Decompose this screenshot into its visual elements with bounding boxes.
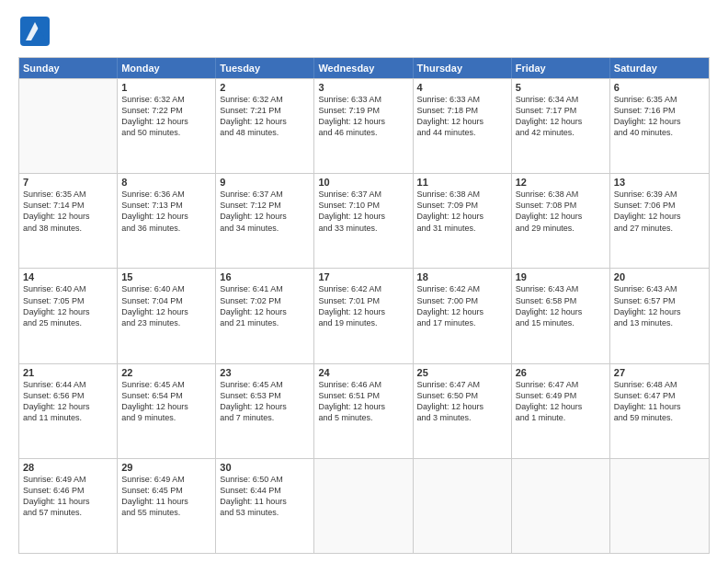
cell-line: Sunset: 6:57 PM	[614, 295, 705, 306]
cell-line: Daylight: 12 hours	[220, 211, 310, 222]
cell-line: Daylight: 12 hours	[318, 306, 408, 317]
day-cell-13: 13Sunrise: 6:39 AMSunset: 7:06 PMDayligh…	[610, 174, 709, 268]
cell-line: Sunset: 6:44 PM	[220, 485, 310, 496]
day-number: 4	[417, 82, 507, 93]
weekday-header-monday: Monday	[118, 58, 216, 78]
cell-line: Sunrise: 6:50 AM	[220, 474, 310, 485]
day-number: 3	[318, 82, 408, 93]
cell-line: Sunset: 6:50 PM	[417, 390, 507, 401]
day-cell-28: 28Sunrise: 6:49 AMSunset: 6:46 PMDayligh…	[19, 459, 118, 553]
cell-line: and 59 minutes.	[614, 412, 705, 423]
cell-line: Sunset: 7:02 PM	[220, 295, 310, 306]
day-cell-20: 20Sunrise: 6:43 AMSunset: 6:57 PMDayligh…	[610, 269, 709, 362]
cell-line: Daylight: 12 hours	[417, 116, 507, 127]
day-number: 2	[220, 82, 310, 93]
cell-line: and 13 minutes.	[614, 317, 705, 328]
day-number: 20	[614, 271, 705, 282]
cell-line: Sunrise: 6:33 AM	[318, 94, 408, 105]
day-cell-5: 5Sunrise: 6:34 AMSunset: 7:17 PMDaylight…	[512, 79, 610, 173]
cell-line: and 38 minutes.	[23, 223, 113, 234]
empty-cell	[512, 459, 610, 553]
cell-line: and 3 minutes.	[417, 412, 507, 423]
cell-line: Sunrise: 6:45 AM	[121, 379, 211, 390]
cell-line: Sunrise: 6:33 AM	[417, 94, 507, 105]
cell-line: Sunset: 7:09 PM	[417, 200, 507, 211]
cell-line: and 31 minutes.	[417, 223, 507, 234]
cell-line: Sunrise: 6:37 AM	[318, 189, 408, 200]
cell-line: Sunset: 7:00 PM	[417, 295, 507, 306]
day-cell-10: 10Sunrise: 6:37 AMSunset: 7:10 PMDayligh…	[314, 174, 413, 268]
cell-line: Daylight: 12 hours	[23, 211, 113, 222]
cell-line: and 48 minutes.	[220, 127, 310, 138]
cell-line: Sunset: 6:46 PM	[23, 485, 113, 496]
cell-line: Daylight: 11 hours	[220, 496, 310, 507]
cell-line: Daylight: 12 hours	[121, 211, 211, 222]
cell-line: and 17 minutes.	[417, 317, 507, 328]
day-number: 28	[23, 462, 113, 473]
cell-line: Sunset: 6:56 PM	[23, 390, 113, 401]
cell-line: and 34 minutes.	[220, 223, 310, 234]
day-cell-15: 15Sunrise: 6:40 AMSunset: 7:04 PMDayligh…	[118, 269, 216, 362]
cell-line: Sunrise: 6:47 AM	[417, 379, 507, 390]
cell-line: and 7 minutes.	[220, 412, 310, 423]
calendar-row-2: 14Sunrise: 6:40 AMSunset: 7:05 PMDayligh…	[19, 268, 709, 362]
cell-line: Sunset: 7:04 PM	[121, 295, 211, 306]
day-cell-3: 3Sunrise: 6:33 AMSunset: 7:19 PMDaylight…	[314, 79, 413, 173]
cell-line: Sunset: 6:53 PM	[220, 390, 310, 401]
cell-line: Daylight: 12 hours	[516, 116, 606, 127]
calendar-body: 1Sunrise: 6:32 AMSunset: 7:22 PMDaylight…	[19, 78, 709, 553]
cell-line: and 40 minutes.	[614, 127, 705, 138]
day-number: 27	[614, 367, 705, 378]
cell-line: Sunset: 6:51 PM	[318, 390, 408, 401]
cell-line: and 55 minutes.	[121, 507, 211, 518]
day-cell-30: 30Sunrise: 6:50 AMSunset: 6:44 PMDayligh…	[216, 459, 314, 553]
day-number: 19	[516, 271, 606, 282]
day-number: 15	[121, 271, 211, 282]
cell-line: and 36 minutes.	[121, 223, 211, 234]
day-cell-17: 17Sunrise: 6:42 AMSunset: 7:01 PMDayligh…	[314, 269, 413, 362]
page: SundayMondayTuesdayWednesdayThursdayFrid…	[0, 0, 728, 563]
cell-line: Sunrise: 6:49 AM	[121, 474, 211, 485]
cell-line: Sunrise: 6:46 AM	[318, 379, 408, 390]
cell-line: Sunrise: 6:35 AM	[23, 189, 113, 200]
cell-line: Sunset: 7:10 PM	[318, 200, 408, 211]
day-cell-24: 24Sunrise: 6:46 AMSunset: 6:51 PMDayligh…	[314, 364, 413, 458]
cell-line: Daylight: 12 hours	[614, 116, 705, 127]
cell-line: and 25 minutes.	[23, 317, 113, 328]
day-cell-22: 22Sunrise: 6:45 AMSunset: 6:54 PMDayligh…	[118, 364, 216, 458]
day-cell-16: 16Sunrise: 6:41 AMSunset: 7:02 PMDayligh…	[216, 269, 314, 362]
day-number: 14	[23, 271, 113, 282]
cell-line: Sunset: 7:08 PM	[516, 200, 606, 211]
day-cell-23: 23Sunrise: 6:45 AMSunset: 6:53 PMDayligh…	[216, 364, 314, 458]
cell-line: Sunrise: 6:43 AM	[614, 283, 705, 294]
day-number: 29	[121, 462, 211, 473]
cell-line: and 29 minutes.	[516, 223, 606, 234]
day-cell-12: 12Sunrise: 6:38 AMSunset: 7:08 PMDayligh…	[512, 174, 610, 268]
cell-line: Sunrise: 6:40 AM	[121, 283, 211, 294]
cell-line: and 27 minutes.	[614, 223, 705, 234]
day-number: 8	[121, 177, 211, 188]
day-number: 1	[121, 82, 211, 93]
cell-line: Daylight: 12 hours	[417, 306, 507, 317]
cell-line: Sunrise: 6:48 AM	[614, 379, 705, 390]
cell-line: Daylight: 12 hours	[417, 211, 507, 222]
cell-line: Sunset: 6:45 PM	[121, 485, 211, 496]
cell-line: and 57 minutes.	[23, 507, 113, 518]
day-cell-27: 27Sunrise: 6:48 AMSunset: 6:47 PMDayligh…	[610, 364, 709, 458]
cell-line: and 5 minutes.	[318, 412, 408, 423]
cell-line: Sunrise: 6:42 AM	[417, 283, 507, 294]
empty-cell	[414, 459, 512, 553]
cell-line: Sunrise: 6:47 AM	[516, 379, 606, 390]
day-cell-1: 1Sunrise: 6:32 AMSunset: 7:22 PMDaylight…	[118, 79, 216, 173]
weekday-header-wednesday: Wednesday	[314, 58, 413, 78]
day-number: 9	[220, 177, 310, 188]
day-cell-9: 9Sunrise: 6:37 AMSunset: 7:12 PMDaylight…	[216, 174, 314, 268]
cell-line: and 46 minutes.	[318, 127, 408, 138]
empty-cell	[19, 79, 118, 173]
header	[18, 15, 710, 48]
cell-line: and 9 minutes.	[121, 412, 211, 423]
day-number: 10	[318, 177, 408, 188]
day-cell-4: 4Sunrise: 6:33 AMSunset: 7:18 PMDaylight…	[414, 79, 512, 173]
cell-line: Daylight: 12 hours	[121, 401, 211, 412]
cell-line: and 19 minutes.	[318, 317, 408, 328]
